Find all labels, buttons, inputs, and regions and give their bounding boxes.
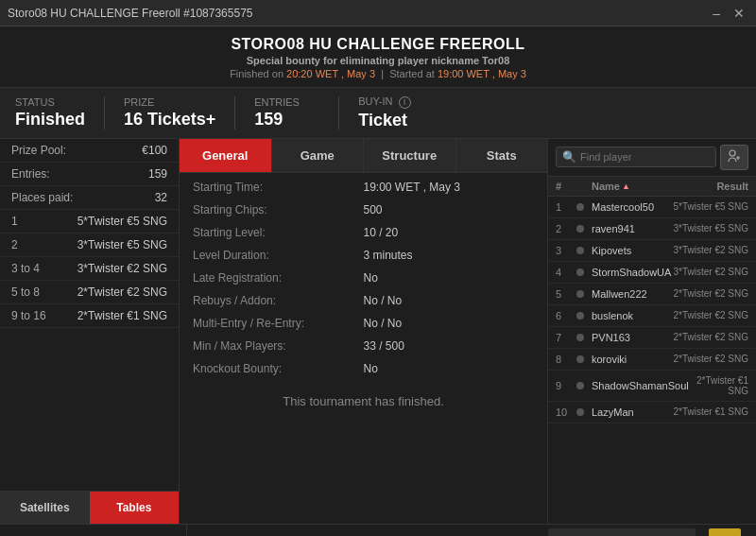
tournament-header: STORO08 HU CHALLENGE FREEROLL Special bo… (0, 26, 756, 88)
window-title: Storo08 HU CHALLENGE Freeroll #108736557… (8, 7, 252, 20)
player-result: 2*Twister €2 SNG (674, 310, 748, 320)
prize-row: 5 to 82*Twister €2 SNG (0, 281, 179, 304)
player-result: 3*Twister €5 SNG (674, 223, 748, 233)
right-panel: 🔍 # Name ▲ Result 1 (548, 139, 756, 524)
search-wrap: 🔍 (556, 147, 716, 167)
buyin-label: Buy-in i (358, 95, 424, 109)
info-key: Starting Chips: (193, 203, 364, 216)
player-rank: 1 (556, 201, 576, 213)
player-result: 2*Twister €2 SNG (674, 354, 748, 364)
player-result: 2*Twister €2 SNG (674, 332, 748, 342)
search-input[interactable] (580, 151, 710, 163)
add-player-button[interactable] (720, 145, 748, 170)
player-result: 2*Twister €2 SNG (674, 288, 748, 299)
player-indicator (576, 247, 584, 254)
prize-value: 16 Tickets+ (124, 110, 215, 130)
player-name: PVN163 (592, 332, 674, 343)
player-indicator (576, 334, 584, 341)
prize-table: Prize Pool:€100Entries:159Places paid:32… (0, 139, 179, 491)
window-controls: – ✕ (709, 6, 748, 21)
entries-value: 159 (254, 110, 319, 130)
prize-row: Entries:159 (0, 163, 179, 186)
main-content: Prize Pool:€100Entries:159Places paid:32… (0, 139, 756, 524)
bottom-row: Main Lobby ★ (0, 524, 756, 536)
player-result: 2*Twister €1 SNG (689, 375, 748, 396)
tab-structure[interactable]: Structure (364, 139, 456, 172)
col-result: Result (716, 181, 748, 192)
info-val: No (364, 271, 535, 285)
player-rank: 6 (556, 310, 576, 321)
info-val: 3 minutes (364, 249, 535, 262)
info-val: 19:00 WET , May 3 (364, 181, 535, 194)
minimize-button[interactable]: – (709, 6, 724, 21)
tournament-times: Finished on 20:20 WET , May 3 | Started … (0, 68, 756, 79)
player-row[interactable]: 2 raven941 3*Twister €5 SNG (548, 218, 756, 240)
close-button[interactable]: ✕ (730, 6, 748, 21)
status-item-prize: Prize 16 Tickets+ (124, 96, 235, 130)
satellites-tables-row: Satellites Tables (0, 491, 179, 524)
col-hash: # (556, 181, 576, 192)
satellites-button[interactable]: Satellites (0, 492, 90, 524)
general-info-grid: Starting Time:19:00 WET , May 3Starting … (193, 181, 534, 375)
player-result: 3*Twister €2 SNG (674, 267, 748, 277)
info-key: Min / Max Players: (193, 339, 364, 353)
player-rank: 10 (556, 406, 576, 418)
player-name: ShadowShamanSoul (592, 380, 689, 391)
player-rank: 5 (556, 288, 576, 300)
prize-label: Prize (124, 96, 215, 108)
info-val: 33 / 500 (364, 339, 535, 353)
player-rank: 3 (556, 245, 576, 256)
player-rank: 9 (556, 380, 576, 391)
favorite-button[interactable]: ★ (709, 528, 741, 536)
player-row[interactable]: 6 buslenok 2*Twister €2 SNG (548, 305, 756, 327)
player-row[interactable]: 9 ShadowShamanSoul 2*Twister €1 SNG (548, 371, 756, 402)
started-time: 19:00 WET , May 3 (438, 68, 526, 79)
tables-button[interactable]: Tables (90, 492, 180, 524)
finished-prefix: Finished on (230, 68, 284, 79)
tab-stats[interactable]: Stats (456, 139, 548, 172)
info-key: Starting Level: (193, 226, 364, 239)
tournament-title: STORO08 HU CHALLENGE FREEROLL (0, 36, 756, 53)
buyin-info-icon[interactable]: i (399, 96, 411, 109)
tab-general[interactable]: General (180, 139, 272, 172)
players-table-header: # Name ▲ Result (548, 177, 756, 197)
entries-label: Entries (254, 96, 319, 108)
info-key: Level Duration: (193, 249, 364, 262)
player-name: LazyMan (592, 406, 674, 418)
player-name: Mallwen222 (592, 288, 674, 300)
tab-content: Starting Time:19:00 WET , May 3Starting … (180, 173, 547, 524)
prize-row: Places paid:32 (0, 186, 179, 210)
player-row[interactable]: 7 PVN163 2*Twister €2 SNG (548, 327, 756, 349)
prize-row: 9 to 162*Twister €1 SNG (0, 304, 179, 328)
player-indicator (576, 312, 584, 320)
main-lobby-button[interactable]: Main Lobby (548, 528, 696, 536)
player-rank: 8 (556, 354, 576, 365)
tabs-row: GeneralGameStructureStats (180, 139, 547, 173)
player-row[interactable]: 8 koroviki 2*Twister €2 SNG (548, 349, 756, 371)
info-val: No (364, 362, 535, 375)
info-key: Starting Time: (193, 181, 364, 194)
search-row: 🔍 (548, 139, 756, 177)
sort-arrow-icon: ▲ (622, 182, 630, 191)
prize-row: Prize Pool:€100 (0, 139, 179, 163)
player-name: Mastercool50 (592, 201, 674, 213)
player-row[interactable]: 3 Kipovets 3*Twister €2 SNG (548, 240, 756, 262)
player-row[interactable]: 10 LazyMan 2*Twister €1 SNG (548, 402, 756, 424)
player-indicator (576, 355, 584, 363)
tab-game[interactable]: Game (272, 139, 365, 172)
player-indicator (576, 225, 584, 233)
info-key: Rebuys / Addon: (193, 294, 364, 307)
status-item-status: Status Finished (15, 96, 105, 130)
player-row[interactable]: 4 StormShadowUA 3*Twister €2 SNG (548, 262, 756, 284)
player-rank: 4 (556, 267, 576, 278)
player-name: StormShadowUA (592, 267, 674, 278)
player-rank: 2 (556, 223, 576, 234)
players-table: # Name ▲ Result 1 Mastercool50 5*Twister… (548, 177, 756, 524)
started-prefix: Started at (389, 68, 435, 79)
player-result: 3*Twister €2 SNG (674, 245, 748, 255)
status-item-entries: Entries 159 (254, 96, 339, 130)
player-row[interactable]: 1 Mastercool50 5*Twister €5 SNG (548, 197, 756, 218)
info-key: Knockout Bounty: (193, 362, 364, 375)
info-val: 500 (364, 203, 535, 216)
player-row[interactable]: 5 Mallwen222 2*Twister €2 SNG (548, 284, 756, 305)
